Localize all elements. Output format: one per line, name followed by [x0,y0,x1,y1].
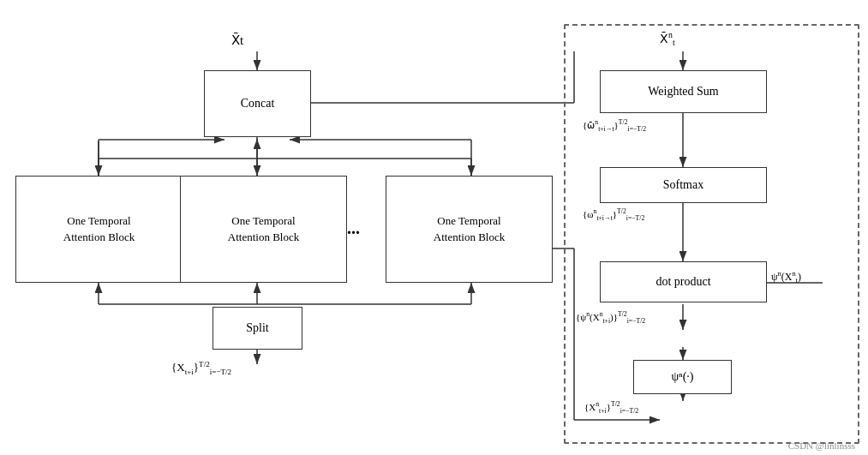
omega-lower-label: {ωnt+i→t}T/2i=−T/2 [583,207,644,222]
softmax-box: Softmax [600,167,767,203]
psi-xti-label: {ψn(Xnt+i)}T/2i=−T/2 [576,310,645,325]
middle-attention-block: One TemporalAttention Block [180,176,347,283]
x-t-n-bar-label: X̄nt [660,30,675,47]
left-attention-block: One TemporalAttention Block [15,176,183,283]
psi-func-box: ψⁿ(·) [633,360,732,394]
psi-xt-n-label: ψn(Xnt) [771,270,801,284]
weighted-sum-box: Weighted Sum [600,70,767,113]
diagram-container: X̄t Concat One TemporalAttention Block O… [0,0,868,455]
omega-bar-label: {ω̄nt+i→t}T/2i=−T/2 [583,118,646,133]
ellipsis: ... [347,219,360,238]
x-input-right-label: {Xnt+i}T/2i=−T/2 [584,400,638,415]
concat-box: Concat [204,70,311,137]
x-input-left-label: {Xt+i}T/2i=−T/2 [171,360,231,376]
right-attention-block: One TemporalAttention Block [386,176,553,283]
x-t-bar-label: X̄t [231,33,243,48]
watermark: CSDN @linlinsss [788,440,855,451]
split-box: Split [213,307,302,350]
dot-product-box: dot product [600,261,767,302]
